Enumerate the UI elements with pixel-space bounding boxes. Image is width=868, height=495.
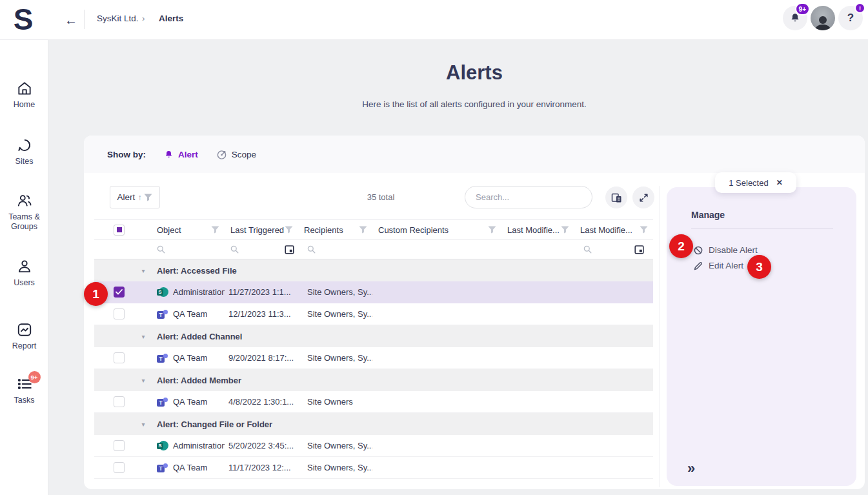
search-icon [230, 245, 239, 254]
calendar-icon[interactable] [634, 245, 644, 254]
chevron-down-icon[interactable]: ▾ [136, 377, 151, 384]
teams-icon: T [157, 462, 168, 474]
filter-funnel-icon[interactable] [640, 226, 648, 234]
column-header-last-modified-2[interactable]: Last Modifie... [574, 225, 653, 235]
users-icon [16, 258, 33, 275]
filter-object[interactable] [151, 245, 225, 254]
filter-funnel-icon[interactable] [211, 226, 219, 234]
teams-icon: T [157, 396, 168, 408]
user-avatar[interactable] [811, 6, 835, 30]
breadcrumb-current: Alerts [159, 14, 183, 23]
filter-last-triggered[interactable] [225, 245, 298, 254]
table-row[interactable]: T QA Team 12/1/2023 11:3... Site Owners,… [94, 303, 653, 325]
group-row[interactable]: ▾ Alert: Added Channel [94, 325, 653, 347]
group-row[interactable]: ▾ Alert: Changed File or Folder [94, 413, 653, 435]
filter-funnel-icon[interactable] [359, 226, 367, 234]
sharepoint-icon: S [157, 287, 168, 298]
columns-icon [611, 192, 622, 203]
total-count: 35 total [342, 192, 419, 202]
select-all-checkbox[interactable] [114, 225, 125, 236]
topbar-divider [85, 10, 85, 29]
syskit-logo[interactable]: S [8, 3, 39, 36]
row-checkbox[interactable] [114, 308, 125, 319]
clear-selection-icon[interactable]: ✕ [776, 178, 783, 187]
expand-icon [639, 193, 649, 203]
search-box [465, 186, 592, 208]
row-checkbox[interactable] [114, 440, 125, 451]
sidebar-item-teams-groups[interactable]: Teams & Groups [0, 192, 48, 232]
group-row[interactable]: ▾ Alert: Accessed File [94, 259, 653, 281]
search-icon [583, 245, 592, 254]
row-checkbox[interactable] [114, 352, 125, 363]
search-icon [157, 245, 165, 254]
show-by-bar: Show by: Alert Scope [84, 136, 865, 173]
show-by-scope-option[interactable]: Scope [216, 149, 256, 160]
row-checkbox-checked[interactable] [114, 287, 125, 298]
filter-funnel-icon[interactable] [285, 226, 293, 234]
table-header-row: Object Last Triggered Recipients Custom … [94, 219, 653, 240]
notifications-badge: 9+ [795, 3, 810, 15]
disable-alert-action[interactable]: Disable Alert [694, 245, 758, 255]
home-icon [16, 80, 33, 97]
filter-last-modified-2[interactable] [574, 245, 653, 254]
edit-alert-action[interactable]: Edit Alert [694, 261, 743, 270]
chevron-down-icon[interactable]: ▾ [136, 333, 151, 340]
alerts-card: Show by: Alert Scope Alert ↑ 35 total [84, 136, 865, 489]
filter-funnel-icon[interactable] [561, 226, 569, 234]
help-icon: ? [847, 12, 854, 25]
group-by-alert-button[interactable]: Alert ↑ [110, 186, 160, 208]
report-icon [16, 321, 33, 338]
sidebar-item-sites[interactable]: Sites [0, 137, 48, 167]
chevron-down-icon[interactable]: ▾ [136, 421, 151, 428]
alert-bell-icon [164, 150, 174, 159]
table-row[interactable]: T QA Team 11/17/2023 12:... Site Owners,… [94, 457, 653, 479]
row-checkbox[interactable] [114, 462, 125, 473]
alerts-table: Object Last Triggered Recipients Custom … [94, 219, 653, 479]
manage-heading: Manage [691, 210, 725, 220]
group-row[interactable]: ▾ Alert: Added Member [94, 369, 653, 391]
sort-up-icon: ↑ [137, 193, 141, 202]
fullscreen-button[interactable] [632, 187, 654, 208]
filter-recipients[interactable] [298, 245, 372, 254]
table-row[interactable]: S Administration 11/27/2023 1:1... Site … [94, 281, 653, 303]
search-input[interactable] [476, 192, 589, 202]
help-button[interactable]: ? ! [838, 6, 863, 30]
table-row[interactable]: T QA Team 9/20/2021 8:17:... Site Owners… [94, 347, 653, 369]
breadcrumb-org[interactable]: SysKit Ltd. [97, 14, 139, 23]
column-chooser-button[interactable] [605, 187, 627, 208]
show-by-alert-option[interactable]: Alert [164, 150, 198, 159]
collapse-panel-icon[interactable]: » [687, 460, 695, 477]
column-header-object[interactable]: Object [151, 225, 225, 235]
annotation-step-1: 1 [84, 282, 108, 306]
filter-funnel-icon[interactable] [488, 226, 496, 234]
sidebar-item-tasks[interactable]: 9+ Tasks [0, 376, 48, 405]
notifications-button[interactable]: 9+ [783, 6, 807, 30]
tasks-icon: 9+ [16, 376, 33, 392]
sites-icon [16, 137, 33, 154]
page-subtitle: Here is the list of all alerts configure… [84, 99, 865, 109]
chevron-down-icon[interactable]: ▾ [136, 267, 151, 274]
check-icon [116, 289, 123, 295]
breadcrumb-separator: › [142, 14, 145, 23]
manage-panel: Manage Disable Alert Edit Alert » [667, 187, 856, 486]
column-header-last-triggered[interactable]: Last Triggered [225, 225, 298, 235]
top-bar: S ← SysKit Ltd. › Alerts 9+ ? ! [0, 0, 868, 40]
back-arrow-icon[interactable]: ← [62, 11, 80, 29]
column-header-last-modified-1[interactable]: Last Modifie... [501, 225, 574, 235]
show-by-label: Show by: [107, 150, 146, 159]
sidebar-nav: Home Sites Teams & Groups [0, 40, 48, 495]
filter-funnel-icon [144, 194, 152, 201]
teams-icon: T [157, 352, 168, 364]
table-row[interactable]: T QA Team 4/8/2022 1:30:1... Site Owners [94, 391, 653, 413]
column-header-recipients[interactable]: Recipients [298, 225, 372, 235]
sidebar-item-home[interactable]: Home [0, 80, 48, 110]
sidebar-item-report[interactable]: Report [0, 321, 48, 351]
calendar-icon[interactable] [285, 245, 294, 254]
panel-divider [691, 228, 833, 228]
sidebar-item-users[interactable]: Users [0, 258, 48, 288]
selected-count: 1 Selected [729, 178, 768, 188]
row-checkbox[interactable] [114, 396, 125, 407]
page-title: Alerts [84, 61, 865, 85]
column-header-custom-recipients[interactable]: Custom Recipients [372, 225, 501, 235]
table-row[interactable]: S Administration 5/20/2022 3:45:... Site… [94, 435, 653, 457]
